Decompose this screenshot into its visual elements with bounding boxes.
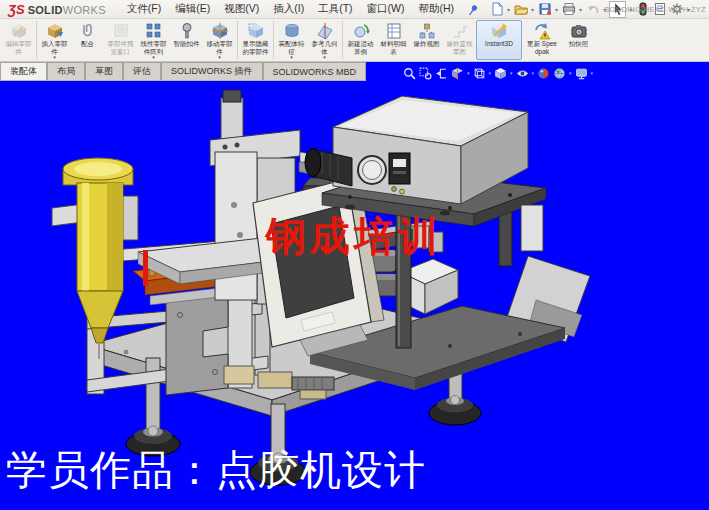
- tab-evaluate[interactable]: 评估: [123, 62, 161, 80]
- component-preview-icon: [112, 22, 130, 40]
- logo-mark: ƷS: [8, 2, 25, 17]
- dropdown-caret[interactable]: ▾: [591, 70, 594, 76]
- tab-sketch[interactable]: 草图: [85, 62, 123, 80]
- menu-item-5[interactable]: 工具(T): [311, 0, 359, 18]
- reference-geometry-icon: [316, 22, 334, 40]
- button-label: 装配体特征: [277, 40, 306, 55]
- menu-item-4[interactable]: 插入(I): [266, 0, 311, 18]
- show-hidden-icon: [247, 22, 265, 40]
- previous-view-icon[interactable]: [435, 66, 448, 79]
- dropdown-caret[interactable]: ▾: [489, 70, 492, 76]
- watermark: 钢成培训: [266, 216, 442, 256]
- move-component-button[interactable]: 移动零部件▾: [203, 20, 236, 60]
- pin-icon[interactable]: [467, 3, 479, 16]
- section-view-icon[interactable]: [451, 66, 464, 79]
- dropdown-caret[interactable]: ▾: [323, 55, 326, 60]
- bom-button[interactable]: 材料明细表: [377, 20, 410, 60]
- explode-line-sketch-icon: [451, 22, 469, 40]
- open-icon[interactable]: [513, 2, 528, 17]
- caption-text: 学员作品：点胶机设计: [6, 448, 426, 493]
- instant3d-button[interactable]: Instant3D: [476, 20, 522, 60]
- dropdown-caret[interactable]: ▾: [218, 55, 221, 60]
- dropdown-caret[interactable]: ▾: [569, 70, 572, 76]
- display-style-icon[interactable]: [494, 66, 507, 79]
- logo-solid: SOLID: [28, 4, 63, 16]
- title-bar: ƷS SOLID WORKS 文件(F)编辑(E)视图(V)插入(I)工具(T)…: [0, 0, 709, 19]
- dropdown-caret[interactable]: ▾: [510, 70, 513, 76]
- separator: [237, 21, 238, 59]
- dropdown-caret[interactable]: ▾: [555, 6, 558, 13]
- button-label: 配合: [81, 40, 94, 48]
- insert-component-button[interactable]: 插入零部件▾: [38, 20, 71, 60]
- assembly-features-icon: [283, 22, 301, 40]
- update-speedpak-icon: [533, 22, 551, 40]
- linear-pattern-button[interactable]: 线性零部件阵列▾: [137, 20, 170, 60]
- undo-icon[interactable]: [585, 2, 600, 17]
- menu-item-1[interactable]: 文件(F): [120, 0, 168, 18]
- command-tabs: 装配体布局草图评估SOLIDWORKS 插件SOLIDWORKS MBD: [0, 62, 366, 81]
- dropdown-caret[interactable]: ▾: [152, 55, 155, 60]
- snapshot-icon: [570, 22, 588, 40]
- tab-layout[interactable]: 布局: [47, 62, 85, 80]
- button-label: 零部件预览窗口: [106, 40, 135, 55]
- snapshot-button[interactable]: 拍快照: [562, 20, 595, 60]
- tab-assembly[interactable]: 装配体: [0, 62, 47, 80]
- smart-fasteners-icon: [178, 22, 196, 40]
- separator: [342, 21, 343, 59]
- dropdown-caret[interactable]: ▾: [467, 70, 470, 76]
- dropdown-caret[interactable]: ▾: [53, 55, 56, 60]
- hide-show-items-icon[interactable]: [516, 66, 529, 79]
- zoom-area-icon[interactable]: [419, 66, 432, 79]
- button-label: 编辑零部件: [4, 40, 33, 55]
- button-label: 智能扣件: [174, 40, 200, 48]
- print-icon[interactable]: [561, 2, 576, 17]
- menu-item-2[interactable]: 编辑(E): [168, 0, 217, 18]
- exploded-view-button[interactable]: 爆炸视图: [410, 20, 443, 60]
- document-title: BONDING HEAD WITH ZYZ: [604, 5, 706, 14]
- usb-panel[interactable]: [389, 153, 410, 184]
- bom-icon: [385, 22, 403, 40]
- dropdown-caret[interactable]: ▾: [290, 55, 293, 60]
- dropdown-caret[interactable]: ▾: [579, 6, 582, 13]
- graphics-viewport[interactable]: 装配体布局草图评估SOLIDWORKS 插件SOLIDWORKS MBD ▾▾▾…: [0, 62, 709, 510]
- linear-pattern-icon: [145, 22, 163, 40]
- dropdown-caret[interactable]: ▾: [532, 70, 535, 76]
- apply-scene-icon[interactable]: [553, 66, 566, 79]
- dropdown-caret[interactable]: ▾: [531, 6, 534, 13]
- motion-study-icon: [352, 22, 370, 40]
- zoom-fit-icon[interactable]: [403, 66, 416, 79]
- explode-line-sketch-button: 爆炸直线草图: [443, 20, 476, 60]
- view-orientation-icon[interactable]: [473, 66, 486, 79]
- pressure-gauge[interactable]: [358, 156, 386, 184]
- separator: [273, 21, 274, 59]
- menu-item-6[interactable]: 窗口(W): [360, 0, 412, 18]
- tab-solidworks-addins[interactable]: SOLIDWORKS 插件: [161, 62, 263, 80]
- button-label: 线性零部件阵列: [139, 40, 168, 55]
- mate-button[interactable]: 配合: [71, 20, 104, 60]
- reference-geometry-button[interactable]: 参考几何体▾: [308, 20, 341, 60]
- edit-appearance-icon[interactable]: [537, 66, 550, 79]
- logo-works: WORKS: [63, 4, 106, 16]
- view-settings-icon[interactable]: [575, 66, 588, 79]
- show-hidden-button[interactable]: 显示隐藏的零部件: [239, 20, 272, 60]
- menu-bar: 文件(F)编辑(E)视图(V)插入(I)工具(T)窗口(W)帮助(H): [120, 0, 461, 18]
- button-label: 爆炸视图: [414, 40, 440, 48]
- separator: [36, 21, 37, 59]
- edit-component-button: 编辑零部件: [2, 20, 35, 60]
- insert-component-icon: [46, 22, 64, 40]
- menu-item-3[interactable]: 视图(V): [217, 0, 266, 18]
- new-document-icon[interactable]: [489, 2, 504, 17]
- update-speedpak-button[interactable]: 更新 Speedpak: [522, 20, 562, 60]
- motion-study-button[interactable]: 新建运动算例: [344, 20, 377, 60]
- smart-fasteners-button[interactable]: 智能扣件: [170, 20, 203, 60]
- tab-solidworks-mbd[interactable]: SOLIDWORKS MBD: [263, 62, 367, 80]
- exploded-view-icon: [418, 22, 436, 40]
- save-icon[interactable]: [537, 2, 552, 17]
- assembly-features-button[interactable]: 装配体特征▾: [275, 20, 308, 60]
- dropdown-caret[interactable]: ▾: [507, 6, 510, 13]
- mate-icon: [79, 22, 97, 40]
- machine-model[interactable]: [0, 62, 709, 510]
- component-preview-button: 零部件预览窗口: [104, 20, 137, 60]
- button-label: 新建运动算例: [346, 40, 375, 55]
- menu-item-7[interactable]: 帮助(H): [411, 0, 461, 18]
